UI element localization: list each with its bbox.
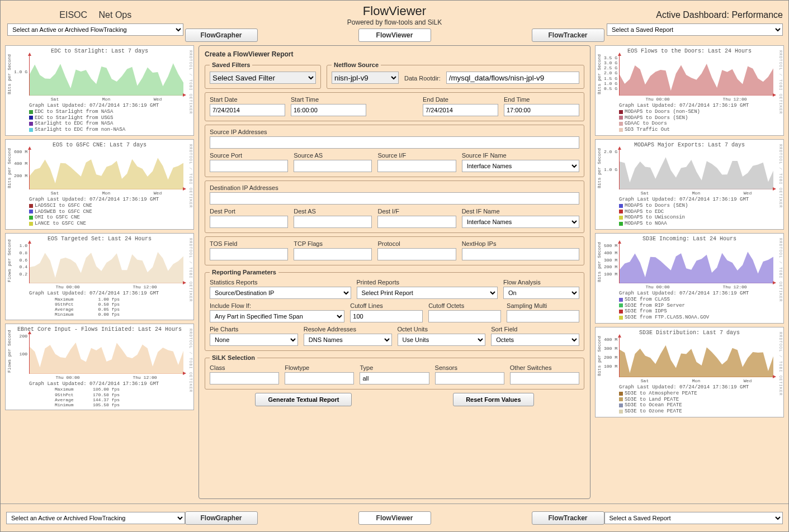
legend-swatch [619, 216, 623, 220]
end-date-input[interactable] [423, 104, 498, 116]
saved-filter-select[interactable]: Select Saved Filter [210, 72, 316, 84]
dashboard-label: Active Dashboard: Performance [656, 10, 783, 20]
chart-updated: Graph Last Updated: 07/24/2014 17:36:19 … [619, 291, 780, 297]
dest-ip-input[interactable] [210, 192, 579, 205]
chart-title: EOS to GSFC CNE: Last 7 days [9, 142, 190, 148]
silk-legend: SiLK Selection [210, 354, 257, 361]
legend-swatch [619, 316, 623, 320]
legend-swatch [29, 210, 33, 213]
legend-swatch [619, 397, 623, 401]
pie-charts-select[interactable]: None [210, 334, 298, 346]
mini-chart[interactable]: EBnet Core Input - Flows Initiated: Last… [5, 324, 194, 411]
header: EISOC Net Ops Select an Active or Archiv… [1, 1, 788, 45]
source-as-input[interactable] [294, 160, 372, 172]
legend-swatch [619, 204, 623, 208]
dest-as-input[interactable] [294, 216, 372, 228]
flowviewer-button[interactable]: FlowViewer [358, 28, 431, 42]
footer: Select an Active or Archived FlowTrackin… [1, 504, 788, 531]
mini-chart[interactable]: MODAPS Major Exports: Last 7 days RRDTOO… [595, 139, 784, 230]
chart-updated: Graph Last Updated: 07/24/2014 17:36:19 … [619, 103, 780, 109]
chart-title: EBnet Core Input - Flows Initiated: Last… [9, 326, 190, 332]
chart-title: SD3E Distribution: Last 7 days [599, 330, 780, 336]
legend-swatch [619, 392, 623, 396]
silk-flowtype-input[interactable] [285, 372, 354, 384]
sort-field-select[interactable]: Octets [491, 334, 579, 346]
mini-chart[interactable]: EOS to GSFC CNE: Last 7 days RRDTOOL / T… [5, 139, 194, 230]
flowgrapher-button-bottom[interactable]: FlowGrapher [185, 511, 258, 525]
legend-swatch [619, 403, 623, 407]
chart-updated: Graph Last Updated: 07/24/2014 17:36:19 … [619, 197, 780, 203]
saved-report-select-top[interactable]: Select a Saved Report [607, 23, 783, 36]
start-time-input[interactable] [291, 104, 366, 116]
chart-updated: Graph Last Updated: 07/24/2014 17:36:19 … [29, 197, 190, 203]
silk-type-input[interactable] [360, 372, 429, 384]
rootdir-input[interactable] [446, 72, 579, 84]
silk-sensors-input[interactable] [435, 372, 504, 384]
legend-swatch [619, 298, 623, 302]
source-port-input[interactable] [210, 160, 288, 172]
netflow-source-select[interactable]: nisn-jpl-v9 [332, 72, 399, 84]
flowtracker-button-bottom[interactable]: FlowTracker [532, 511, 604, 525]
mini-chart[interactable]: EOS Targeted Set: Last 24 Hours RRDTOOL … [5, 233, 194, 320]
include-flow-select[interactable]: Any Part in Specified Time Span [210, 310, 344, 322]
mini-chart[interactable]: SD3E Distribution: Last 7 days RRDTOOL /… [595, 327, 784, 417]
legend-swatch [619, 303, 623, 307]
generate-report-button[interactable]: Generate Textual Report [255, 393, 352, 406]
protocol-input[interactable] [377, 248, 456, 260]
legend-swatch [29, 122, 33, 126]
flow-analysis-select[interactable]: On [503, 287, 579, 299]
chart-plot: 500 M400 M300 M200 M100 M [619, 243, 773, 283]
legend-swatch [619, 110, 623, 114]
chart-plot: 200100 [29, 334, 183, 374]
chart-updated: Graph Last Updated: 07/24/2014 17:36:19 … [29, 381, 190, 387]
flowtracking-select-top[interactable]: Select an Active or Archived FlowTrackin… [7, 23, 183, 36]
saved-report-select-bottom[interactable]: Select a Saved Report [604, 512, 783, 524]
chart-plot: 1.0 G [29, 55, 183, 96]
tcp-flags-input[interactable] [294, 248, 372, 260]
right-sidebar: EOS Flows to the Doors: Last 24 Hours RR… [595, 45, 784, 499]
netflow-legend: Netflow Source [332, 61, 381, 68]
left-sidebar: EDC to Starlight: Last 7 days RRDTOOL / … [5, 45, 194, 499]
app-subtitle: Powered by flow-tools and SiLK [347, 18, 442, 26]
legend-swatch [29, 216, 33, 220]
panel-title: Create a FlowViewer Report [205, 50, 584, 58]
legend-swatch [619, 122, 623, 126]
chart-plot: 1.00.80.60.40.2 [29, 243, 183, 283]
flowgrapher-button[interactable]: FlowGrapher [185, 28, 258, 42]
dest-if-input[interactable] [377, 216, 456, 228]
tos-input[interactable] [210, 248, 288, 260]
chart-title: EDC to Starlight: Last 7 days [9, 48, 190, 54]
legend-swatch [619, 128, 623, 132]
nexthop-input[interactable] [462, 248, 579, 260]
printed-reports-select[interactable]: Select Print Report [357, 287, 498, 299]
cutoff-octets-input[interactable] [428, 310, 501, 322]
saved-filters-legend: Saved Filters [210, 61, 252, 68]
flowtracking-select-bottom[interactable]: Select an Active or Archived FlowTrackin… [6, 512, 185, 524]
dest-port-input[interactable] [210, 216, 288, 228]
source-ifname-select[interactable]: Interface Names [462, 160, 579, 172]
end-time-input[interactable] [504, 104, 579, 116]
silk-switches-input[interactable] [510, 372, 579, 384]
stat-reports-select[interactable]: Source/Destination IP [210, 287, 351, 299]
chart-updated: Graph Last Updated: 07/24/2014 17:36:19 … [29, 291, 190, 297]
cutoff-lines-input[interactable] [350, 310, 423, 322]
resolve-addr-select[interactable]: DNS Names [304, 334, 392, 346]
link-eisoc[interactable]: EISOC [59, 10, 87, 20]
flowviewer-button-bottom[interactable]: FlowViewer [358, 511, 431, 525]
link-netops[interactable]: Net Ops [99, 10, 132, 20]
source-if-input[interactable] [377, 160, 456, 172]
silk-class-input[interactable] [210, 372, 279, 384]
mini-chart[interactable]: SD3E Incoming: Last 24 Hours RRDTOOL / T… [595, 233, 784, 324]
mini-chart[interactable]: EDC to Starlight: Last 7 days RRDTOOL / … [5, 45, 194, 136]
chart-title: SD3E Incoming: Last 24 Hours [599, 236, 780, 242]
legend-swatch [29, 222, 33, 226]
flowtracker-button[interactable]: FlowTracker [532, 28, 604, 42]
reset-form-button[interactable]: Reset Form Values [453, 393, 533, 406]
octet-units-select[interactable]: Use Units [398, 334, 486, 346]
start-date-input[interactable] [210, 104, 285, 116]
source-ip-input[interactable] [210, 136, 579, 149]
dest-ifname-select[interactable]: Interface Names [462, 216, 579, 228]
mini-chart[interactable]: EOS Flows to the Doors: Last 24 Hours RR… [595, 45, 784, 136]
legend-swatch [619, 210, 623, 213]
sampling-multi-input[interactable] [507, 310, 579, 322]
